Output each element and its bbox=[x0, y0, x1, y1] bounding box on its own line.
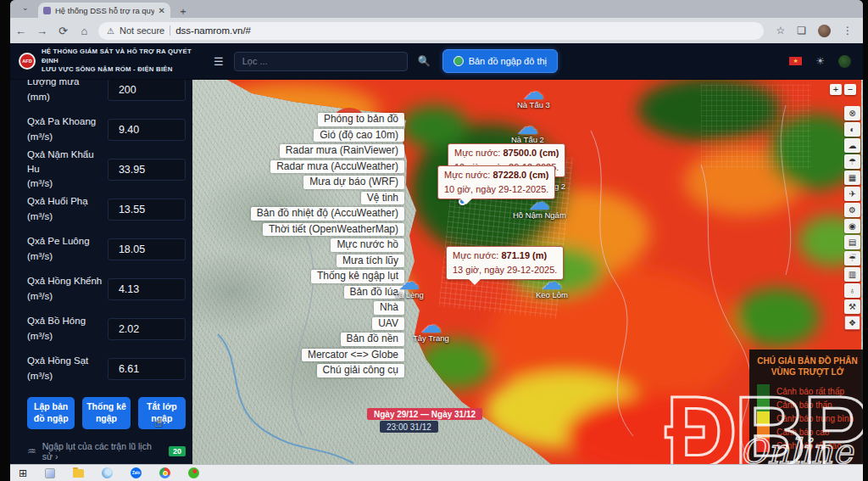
menu-item-temperature-map[interactable]: Bản đồ nhiệt độ (AccuWeather) bbox=[251, 207, 404, 221]
browser-tab[interactable]: Hệ thống DSS hỗ trợ ra quyết đ ✕ bbox=[38, 3, 170, 18]
menu-item-basemap[interactable]: Bản đồ nền bbox=[341, 333, 404, 346]
search-icon[interactable]: 🔍 bbox=[418, 55, 431, 67]
station-label: Tây Trang bbox=[413, 333, 449, 343]
param-unit: (m³/s) bbox=[27, 249, 108, 264]
new-tab-button[interactable]: ＋ bbox=[178, 4, 188, 19]
drone-icon[interactable]: ❖ bbox=[844, 316, 860, 330]
box-zoom-icon[interactable]: ⊗ bbox=[844, 106, 860, 120]
globe-tool-icon[interactable]: ♁ bbox=[844, 283, 860, 298]
flood-statistics-button[interactable]: Thống kê ngập bbox=[82, 397, 130, 429]
tractor-icon[interactable]: ⚒ bbox=[844, 299, 860, 314]
param-unit: (m³/s) bbox=[27, 369, 108, 383]
home-icon[interactable]: ⌂ bbox=[74, 25, 95, 37]
menu-item-wind[interactable]: Gió (độ cao 10m) bbox=[314, 129, 404, 143]
photos-app-icon[interactable] bbox=[45, 468, 55, 478]
tooltip-value: 871.19 (m) bbox=[501, 250, 547, 260]
param-label: Lượng mưa bbox=[27, 80, 79, 87]
station-label: Hồ Nậm Ngám bbox=[513, 210, 566, 220]
bookmark-star-icon[interactable]: ☆ bbox=[776, 25, 785, 36]
zalo-app-icon[interactable]: Zalo bbox=[131, 467, 142, 478]
forward-icon[interactable]: → bbox=[31, 25, 53, 37]
wave-app-icon[interactable] bbox=[102, 467, 113, 478]
not-secure-icon: ⚠ bbox=[107, 26, 114, 36]
storm-icon[interactable]: ☁ bbox=[844, 138, 860, 153]
menu-item-openweathermap[interactable]: Thời tiết (OpenWeatherMap) bbox=[263, 223, 404, 237]
param-value-input[interactable]: 13.55 bbox=[108, 199, 186, 221]
url-text[interactable]: dss-namrom.vn/# bbox=[175, 25, 251, 36]
not-secure-label[interactable]: Not secure bbox=[120, 25, 164, 36]
menu-item-zoom-map[interactable]: Phóng to bản đồ bbox=[318, 113, 404, 126]
menu-item-accumulated-rain[interactable]: Mưa tích lũy bbox=[337, 254, 404, 268]
map-layer-menu: Phóng to bản đồ Gió (độ cao 10m) Radar m… bbox=[192, 113, 404, 378]
filter-input[interactable]: Lọc ... bbox=[234, 52, 408, 71]
tab-search-chevron-icon[interactable]: ⌄ bbox=[22, 3, 29, 12]
url-bar[interactable]: ⚠ Not secure dss-namrom.vn/# bbox=[98, 22, 764, 40]
windows-start-icon[interactable]: ⊞ bbox=[19, 468, 27, 478]
file-explorer-icon[interactable] bbox=[73, 469, 84, 478]
rain-cloud-icon[interactable]: ☔ bbox=[844, 251, 860, 266]
menu-item-flood-statistics[interactable]: Thống kê ngập lụt bbox=[311, 270, 404, 283]
extensions-icon[interactable]: ❏ bbox=[797, 25, 806, 36]
site-favicon-icon bbox=[43, 7, 51, 14]
param-value-input[interactable]: 4.13 bbox=[108, 278, 186, 300]
map-tools-toolbar: ⊗ ◐ ☁ ☂ ▦ ✈ ⚙ ◉ ▤ ☔ ▥ ♁ ⚒ ❖ bbox=[844, 106, 860, 330]
sidebar-row-rainfall: Lượng mưa(mm) 200 bbox=[27, 80, 186, 109]
brightness-icon[interactable]: ☀ bbox=[815, 55, 825, 67]
menu-item-radar-accuweather[interactable]: Radar mưa (AccuWeather) bbox=[270, 160, 404, 174]
menu-item-uav[interactable]: UAV bbox=[372, 317, 404, 331]
back-icon[interactable]: ← bbox=[10, 25, 31, 37]
browser-menu-icon[interactable]: ⋮ bbox=[843, 25, 853, 36]
day-night-icon[interactable]: ◐ bbox=[844, 122, 860, 137]
zoom-in-button[interactable]: + bbox=[830, 84, 842, 95]
sidebar-row-bo-hong: Qxả Bồ Hóng(m³/s) 2.02 bbox=[27, 309, 186, 349]
reload-icon[interactable]: ⟳ bbox=[53, 25, 74, 37]
tab-close-icon[interactable]: ✕ bbox=[159, 6, 165, 15]
zoom-out-button[interactable]: − bbox=[844, 84, 856, 95]
urban-flood-map-button[interactable]: Bản đồ ngập đô thị bbox=[442, 49, 558, 73]
cloud-icon: ☁ bbox=[420, 317, 442, 333]
tab-title: Hệ thống DSS hỗ trợ ra quyết đ bbox=[55, 6, 154, 15]
factory-icon[interactable]: ▤ bbox=[844, 235, 860, 249]
station-marker[interactable]: ☁ Nà Tấu 3 bbox=[517, 84, 550, 109]
menu-item-radar-rainviewer[interactable]: Radar mưa (RainViewer) bbox=[280, 144, 404, 158]
legend-label: Cảnh báo thấp bbox=[776, 400, 832, 410]
sidebar-row-hong-khenh: Qxả Hồng Khếnh(m³/s) 4.13 bbox=[27, 269, 186, 309]
map-layers-icon[interactable]: ▥ bbox=[844, 267, 860, 282]
menu-item-mercator-globe[interactable]: Mercator <=> Globe bbox=[302, 349, 404, 362]
rain-gauge-icon[interactable]: ☂ bbox=[844, 154, 860, 169]
param-value-input[interactable]: 18.05 bbox=[108, 238, 186, 260]
map-canvas[interactable]: Phóng to bản đồ Gió (độ cao 10m) Radar m… bbox=[192, 80, 863, 464]
param-value-input[interactable]: 9.40 bbox=[108, 119, 186, 141]
menu-item-satellite[interactable]: Vệ tinh bbox=[361, 192, 404, 205]
screen-icon[interactable]: ▦ bbox=[844, 171, 860, 185]
station-marker[interactable]: ☁ Nà Tấu 2 bbox=[511, 119, 544, 144]
gear-icon[interactable]: ⚙ bbox=[844, 203, 860, 217]
menu-item-wrf-rain[interactable]: Mưa dự báo (WRF) bbox=[303, 176, 404, 189]
legend-row: Cảnh báo rất thấp bbox=[757, 384, 858, 398]
menu-item-reservoir-level[interactable]: Mực nước hồ bbox=[331, 238, 404, 252]
coccoc-app-icon[interactable] bbox=[188, 467, 199, 478]
station-marker[interactable]: ☁ Tà Lèng bbox=[394, 274, 424, 299]
profile-avatar[interactable] bbox=[818, 25, 831, 37]
param-value-input[interactable]: 33.95 bbox=[108, 159, 186, 181]
param-unit: (m³/s) bbox=[27, 210, 108, 224]
menu-item-tool-legend[interactable]: Chú giải công cụ bbox=[317, 364, 404, 378]
vietnam-flag-icon[interactable]: ★ bbox=[789, 57, 802, 65]
mouse-hand-cursor: ☝ bbox=[154, 415, 162, 430]
param-value-input[interactable]: 2.02 bbox=[108, 318, 186, 340]
param-value-input[interactable]: 200 bbox=[108, 80, 186, 101]
create-flood-map-button[interactable]: Lập bản đồ ngập bbox=[27, 397, 75, 429]
chrome-app-icon[interactable] bbox=[159, 467, 170, 478]
hamburger-menu-icon[interactable]: ☰ bbox=[214, 55, 224, 68]
theme-icon[interactable] bbox=[838, 55, 851, 68]
param-value-input[interactable]: 6.61 bbox=[108, 358, 186, 380]
param-unit: (m³/s) bbox=[27, 329, 108, 344]
param-unit: (mm) bbox=[27, 90, 108, 104]
param-label: Qxả Huổi Phạ bbox=[27, 196, 88, 206]
date-range-badge[interactable]: Ngày 29/12 — Ngày 31/12 bbox=[367, 408, 482, 420]
menu-item-houses[interactable]: Nhà bbox=[374, 301, 404, 315]
station-marker[interactable]: ☁ Tây Trang bbox=[413, 317, 449, 343]
plane-icon[interactable]: ✈ bbox=[844, 187, 860, 201]
historic-floods-link[interactable]: Ngập lụt của các trận lũ lịch sử › bbox=[42, 441, 163, 461]
marker-icon[interactable]: ◉ bbox=[844, 219, 860, 233]
